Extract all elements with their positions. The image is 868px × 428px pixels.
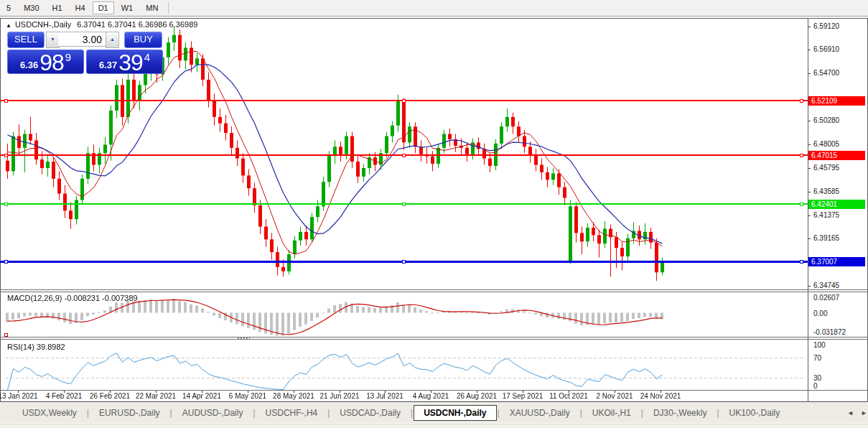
date-axis-label: 21 Jun 2021 bbox=[319, 392, 359, 400]
tab-scroll-left-icon[interactable]: ◄ bbox=[847, 409, 854, 417]
date-axis-label: 13 Jan 2021 bbox=[0, 392, 38, 400]
line-handle[interactable] bbox=[800, 260, 803, 264]
price-axis-tick-mark bbox=[808, 192, 811, 192]
line-handle[interactable] bbox=[402, 203, 406, 206]
price-level-tag: 6.52109 bbox=[808, 96, 865, 106]
chart-window-bottom-border bbox=[0, 401, 868, 402]
price-axis-tick: 6.39165 bbox=[813, 234, 839, 242]
tab-scroll-right-icon[interactable]: ► bbox=[861, 409, 867, 417]
pane-splitter[interactable] bbox=[0, 337, 868, 338]
date-axis-label: 4 Aug 2021 bbox=[413, 392, 449, 400]
date-axis-label: 6 May 2021 bbox=[229, 392, 266, 400]
rsi-label: RSI(14) 39.8982 bbox=[7, 343, 65, 351]
price-axis-tick: 6.34745 bbox=[813, 282, 839, 289]
price-axis-tick-mark bbox=[808, 286, 811, 287]
one-click-trading-panel: SELL ▼ ▲ BUY 6.36 98 9 6.37 39 4 bbox=[6, 32, 162, 73]
line-handle[interactable] bbox=[4, 203, 8, 206]
line-handle[interactable] bbox=[402, 154, 406, 157]
date-axis-label: 11 Oct 2021 bbox=[549, 392, 588, 400]
sell-button[interactable]: SELL bbox=[7, 32, 45, 48]
date-axis-label: 2 Nov 2021 bbox=[596, 392, 633, 400]
chart-tab-audusd-daily[interactable]: AUDUSD-,Daily bbox=[173, 405, 253, 421]
buy-price-display[interactable]: 6.37 39 4 bbox=[86, 50, 163, 74]
indicator-axis-tick: 0.02607 bbox=[813, 294, 839, 302]
collapse-panel-icon[interactable]: ▲ bbox=[6, 22, 11, 29]
macd-label: MACD(12,26,9) -0.008231 -0.007389 bbox=[7, 294, 138, 302]
chart-tab-dj30-weekly[interactable]: DJ30-,Weekly bbox=[644, 405, 716, 421]
indicator-axis-tick: -0.031872 bbox=[813, 328, 846, 336]
status-bar-strip bbox=[0, 424, 868, 428]
timeframe-button-d1[interactable]: D1 bbox=[93, 1, 114, 14]
chart-tab-usdcad-daily[interactable]: USDCAD-,Daily bbox=[330, 405, 410, 421]
chart-tab-uk100-daily[interactable]: UK100-,Daily bbox=[720, 405, 790, 421]
price-axis-tick: 6.45795 bbox=[813, 164, 839, 172]
buy-button[interactable]: BUY bbox=[124, 32, 162, 48]
date-axis-label: 17 Sep 2021 bbox=[503, 392, 543, 400]
line-handle[interactable] bbox=[800, 154, 803, 157]
price-axis-tick-mark bbox=[808, 238, 811, 239]
timeframe-button-h1[interactable]: H1 bbox=[47, 1, 68, 14]
chart-tab-eurusd-daily[interactable]: EURUSD-,Daily bbox=[90, 405, 169, 421]
price-axis-tick-mark bbox=[808, 73, 811, 74]
indicator-axis-tick: 0.00 bbox=[813, 310, 827, 317]
price-axis-tick-mark bbox=[808, 27, 811, 27]
line-handle[interactable] bbox=[800, 203, 803, 206]
indicator-axis-tick: 30 bbox=[813, 374, 821, 382]
buy-price-pip-digit: 4 bbox=[144, 51, 150, 63]
line-handle[interactable] bbox=[4, 154, 8, 157]
date-axis-label: 28 May 2021 bbox=[273, 392, 314, 400]
indicator-axis-tick: 100 bbox=[813, 341, 826, 349]
volume-input[interactable] bbox=[58, 32, 106, 47]
buy-price-big-digits: 39 bbox=[118, 52, 143, 73]
rsi-canvas[interactable] bbox=[0, 340, 808, 390]
buy-price-base: 6.37 bbox=[99, 60, 117, 70]
sell-price-pip-digit: 9 bbox=[65, 51, 71, 63]
line-handle[interactable] bbox=[402, 99, 406, 103]
volume-increase-button[interactable]: ▲ bbox=[106, 32, 119, 48]
timeframe-button-5[interactable]: 5 bbox=[1, 1, 17, 14]
date-axis-label: 4 Feb 2021 bbox=[46, 392, 83, 400]
trading-terminal-window: 5M30H1H4D1W1MN ▲USDCNH-,Daily6.37041 6.3… bbox=[0, 0, 868, 428]
timeframe-toolbar: 5M30H1H4D1W1MN bbox=[0, 0, 868, 17]
price-axis-tick-mark bbox=[808, 144, 811, 145]
price-axis-tick: 6.50280 bbox=[813, 116, 839, 124]
chart-title: ▲USDCNH-,Daily6.37041 6.37041 6.36986 6.… bbox=[6, 20, 197, 29]
sell-price-big-digits: 98 bbox=[39, 52, 64, 73]
chart-symbol-label: USDCNH-,Daily bbox=[15, 20, 71, 29]
chart-tab-usdx-weekly[interactable]: USDX,Weekly bbox=[13, 405, 86, 421]
chart-tab-ukoil-h1[interactable]: UKOil-,H1 bbox=[583, 405, 640, 421]
chart-ohlc-readout: 6.37041 6.37041 6.36986 6.36989 bbox=[77, 20, 197, 29]
indicator-axis-tick: 0 bbox=[813, 382, 818, 390]
sell-price-display[interactable]: 6.36 98 9 bbox=[7, 50, 84, 74]
timeframe-button-mn[interactable]: MN bbox=[140, 1, 164, 14]
timeframe-button-w1[interactable]: W1 bbox=[116, 1, 139, 14]
chart-tab-usdchf-h4[interactable]: USDCHF-,H4 bbox=[256, 405, 327, 421]
line-handle[interactable] bbox=[402, 260, 406, 264]
chart-tab-xauusd-daily[interactable]: XAUUSD-,Daily bbox=[500, 405, 579, 421]
pane-splitter bbox=[0, 390, 868, 391]
price-level-tag: 6.42401 bbox=[808, 200, 865, 209]
splitter-grip[interactable] bbox=[237, 337, 250, 340]
pane-splitter[interactable] bbox=[0, 289, 868, 290]
price-level-tag: 6.47015 bbox=[808, 151, 865, 160]
chart-tab-usdcnh-daily[interactable]: USDCNH-,Daily bbox=[414, 405, 496, 421]
price-axis-tick-mark bbox=[808, 215, 811, 216]
chart-tab-bar: USDX,Weekly|EURUSD-,Daily|AUDUSD-,Daily|… bbox=[0, 403, 868, 423]
pane-splitter[interactable] bbox=[0, 292, 868, 292]
arrow-down-icon: ▼ bbox=[50, 37, 55, 42]
line-handle[interactable] bbox=[4, 99, 8, 103]
timeframe-button-m30[interactable]: M30 bbox=[18, 1, 45, 14]
macd-line-handle[interactable] bbox=[4, 333, 8, 337]
price-axis-divider bbox=[808, 18, 808, 402]
pane-splitter[interactable] bbox=[0, 339, 868, 340]
line-handle[interactable] bbox=[4, 260, 8, 264]
timeframe-button-h4[interactable]: H4 bbox=[70, 1, 91, 14]
date-axis-label: 22 Mar 2021 bbox=[136, 392, 176, 400]
price-axis-tick: 6.59120 bbox=[813, 22, 839, 30]
price-axis-tick: 6.41375 bbox=[813, 211, 839, 219]
line-handle[interactable] bbox=[800, 99, 803, 103]
price-axis-tick: 6.48005 bbox=[813, 140, 839, 148]
date-axis-label: 24 Nov 2021 bbox=[640, 392, 681, 400]
arrow-up-icon: ▲ bbox=[110, 37, 115, 42]
price-level-tag: 6.37007 bbox=[808, 257, 865, 266]
